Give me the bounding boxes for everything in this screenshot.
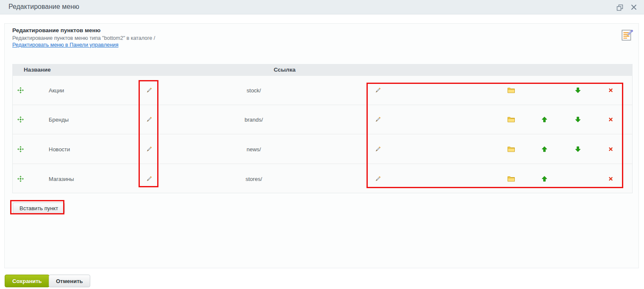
menu-edit-dialog: Редактирование меню Редактирование пункт… xyxy=(0,0,644,289)
drag-handle-icon[interactable] xyxy=(17,117,24,123)
edit-name-pencil-icon[interactable] xyxy=(146,116,153,123)
cancel-button[interactable]: Отменить xyxy=(49,275,90,287)
restore-window-icon[interactable] xyxy=(616,4,623,11)
edit-link-pencil-icon[interactable] xyxy=(375,116,381,123)
move-down-icon[interactable] xyxy=(575,117,581,122)
edit-menu-icon[interactable] xyxy=(621,29,633,42)
move-down-icon[interactable] xyxy=(575,146,581,152)
menu-item-name: Магазины xyxy=(49,175,74,182)
table-row: Акцииstock/ xyxy=(13,76,632,105)
move-up-icon[interactable] xyxy=(541,146,547,152)
menu-item-name: Бренды xyxy=(49,117,69,123)
drag-handle-icon[interactable] xyxy=(17,87,24,94)
table-row: Брендыbrands/ xyxy=(13,105,632,134)
move-up-icon[interactable] xyxy=(541,117,547,122)
panel-title: Редактирование пунктов меню xyxy=(12,27,100,33)
insert-item-button[interactable]: Вставить пункт xyxy=(13,203,65,214)
delete-x-icon[interactable] xyxy=(608,88,613,93)
edit-name-pencil-icon[interactable] xyxy=(146,146,153,153)
drag-handle-icon[interactable] xyxy=(17,146,24,153)
table-row: Новостиnews/ xyxy=(13,135,632,164)
edit-link-pencil-icon[interactable] xyxy=(375,87,381,94)
close-icon[interactable] xyxy=(631,4,638,11)
folder-icon[interactable] xyxy=(508,117,515,122)
menu-items-panel: Редактирование пунктов меню Редактирован… xyxy=(4,23,639,268)
edit-link-pencil-icon[interactable] xyxy=(375,175,381,182)
menu-item-link: stores/ xyxy=(245,175,262,182)
drag-handle-icon[interactable] xyxy=(17,175,24,182)
table-row: Магазиныstores/ xyxy=(13,164,632,193)
move-down-icon[interactable] xyxy=(575,87,581,93)
folder-icon[interactable] xyxy=(508,88,515,93)
move-up-icon[interactable] xyxy=(541,176,547,182)
menu-item-link: brands/ xyxy=(244,117,263,123)
control-panel-link[interactable]: Редактировать меню в Панели управления xyxy=(12,42,119,48)
column-header-link: Ссылка xyxy=(274,67,295,73)
menu-item-name: Акции xyxy=(49,87,64,94)
edit-link-pencil-icon[interactable] xyxy=(375,146,381,153)
table-body: Акцииstock/Брендыbrands/Новостиnews/Мага… xyxy=(12,76,633,193)
menu-item-name: Новости xyxy=(49,146,70,153)
delete-x-icon[interactable] xyxy=(608,176,613,181)
panel-subtitle: Редактирование пунктов меню типа "bottom… xyxy=(12,35,155,41)
save-button[interactable]: Сохранить xyxy=(5,275,50,287)
edit-name-pencil-icon[interactable] xyxy=(146,175,153,182)
table-header: Название Ссылка xyxy=(12,64,633,76)
menu-item-link: stock/ xyxy=(247,87,261,94)
folder-icon[interactable] xyxy=(508,176,515,181)
folder-icon[interactable] xyxy=(508,147,515,152)
dialog-titlebar: Редактирование меню xyxy=(0,0,644,14)
edit-name-pencil-icon[interactable] xyxy=(146,87,153,94)
dialog-title: Редактирование меню xyxy=(8,3,79,11)
column-header-name: Название xyxy=(24,67,51,73)
delete-x-icon[interactable] xyxy=(608,117,613,122)
menu-item-link: news/ xyxy=(247,146,261,153)
delete-x-icon[interactable] xyxy=(608,147,613,152)
